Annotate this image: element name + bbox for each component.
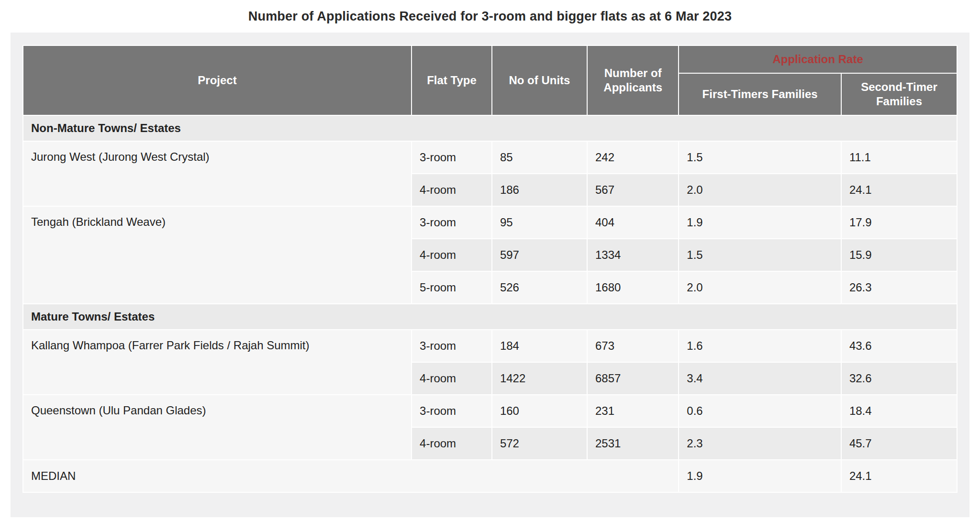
second-timer-rate-cell: 11.1: [841, 141, 957, 174]
second-timer-rate-cell: 32.6: [841, 362, 957, 395]
applicants-cell: 673: [587, 330, 679, 362]
table-header: Project Flat Type No of Units Number of …: [23, 45, 957, 115]
second-timer-rate-cell: 24.1: [841, 174, 957, 206]
second-timer-header: Second-Timer Families: [841, 73, 957, 115]
project-cell: Kallang Whampoa (Farrer Park Fields / Ra…: [23, 330, 412, 395]
units-cell: 95: [492, 206, 587, 239]
flat-type-cell: 5-room: [412, 271, 492, 304]
flat-type-header: Flat Type: [412, 45, 492, 115]
units-cell: 526: [492, 271, 587, 304]
section-header-row: Mature Towns/ Estates: [23, 304, 957, 330]
first-timer-rate-cell: 2.3: [679, 427, 841, 460]
second-timer-rate-cell: 26.3: [841, 271, 957, 304]
second-timer-rate-cell: 45.7: [841, 427, 957, 460]
title-bar: Number of Applications Received for 3-ro…: [0, 0, 980, 33]
first-timers-header: First-Timers Families: [679, 73, 841, 115]
table-row: Tengah (Brickland Weave) 3-room 95 404 1…: [23, 206, 957, 239]
applicants-cell: 231: [587, 395, 679, 427]
first-timer-rate-cell: 2.0: [679, 271, 841, 304]
second-timer-rate-cell: 17.9: [841, 206, 957, 239]
header-row-top: Project Flat Type No of Units Number of …: [23, 45, 957, 73]
section-label: Mature Towns/ Estates: [23, 304, 957, 330]
median-label-cell: MEDIAN: [23, 460, 679, 492]
section-header-row: Non-Mature Towns/ Estates: [23, 115, 957, 141]
units-cell: 572: [492, 427, 587, 460]
content-panel: Project Flat Type No of Units Number of …: [11, 33, 969, 517]
second-timer-rate-cell: 43.6: [841, 330, 957, 362]
first-timer-rate-cell: 2.0: [679, 174, 841, 206]
flat-type-cell: 4-room: [412, 362, 492, 395]
applications-table: Project Flat Type No of Units Number of …: [22, 45, 958, 493]
units-cell: 1422: [492, 362, 587, 395]
units-cell: 160: [492, 395, 587, 427]
flat-type-cell: 4-room: [412, 239, 492, 271]
applicants-header: Number of Applicants: [587, 45, 679, 115]
first-timer-rate-cell: 1.9: [679, 206, 841, 239]
flat-type-cell: 3-room: [412, 395, 492, 427]
first-timer-rate-cell: 3.4: [679, 362, 841, 395]
project-cell: Queenstown (Ulu Pandan Glades): [23, 395, 412, 460]
project-header: Project: [23, 45, 412, 115]
first-timer-rate-cell: 1.5: [679, 141, 841, 174]
applicants-cell: 1334: [587, 239, 679, 271]
flat-type-cell: 4-room: [412, 174, 492, 206]
flat-type-cell: 3-room: [412, 206, 492, 239]
project-cell: Tengah (Brickland Weave): [23, 206, 412, 304]
flat-type-cell: 4-room: [412, 427, 492, 460]
units-cell: 184: [492, 330, 587, 362]
first-timer-rate-cell: 1.6: [679, 330, 841, 362]
median-row: MEDIAN 1.9 24.1: [23, 460, 957, 492]
table-row: Jurong West (Jurong West Crystal) 3-room…: [23, 141, 957, 174]
second-timer-rate-cell: 18.4: [841, 395, 957, 427]
units-cell: 85: [492, 141, 587, 174]
median-second-timer-rate-cell: 24.1: [841, 460, 957, 492]
table-row: Kallang Whampoa (Farrer Park Fields / Ra…: [23, 330, 957, 362]
first-timer-rate-cell: 1.5: [679, 239, 841, 271]
flat-type-cell: 3-room: [412, 330, 492, 362]
median-first-timer-rate-cell: 1.9: [679, 460, 841, 492]
units-cell: 597: [492, 239, 587, 271]
applicants-cell: 1680: [587, 271, 679, 304]
applicants-cell: 242: [587, 141, 679, 174]
applicants-cell: 404: [587, 206, 679, 239]
table-row: Queenstown (Ulu Pandan Glades) 3-room 16…: [23, 395, 957, 427]
units-cell: 186: [492, 174, 587, 206]
applicants-cell: 2531: [587, 427, 679, 460]
units-header: No of Units: [492, 45, 587, 115]
flat-type-cell: 3-room: [412, 141, 492, 174]
project-cell: Jurong West (Jurong West Crystal): [23, 141, 412, 206]
page-title: Number of Applications Received for 3-ro…: [248, 9, 732, 24]
table-body: Non-Mature Towns/ Estates Jurong West (J…: [23, 115, 957, 492]
first-timer-rate-cell: 0.6: [679, 395, 841, 427]
applicants-cell: 567: [587, 174, 679, 206]
application-rate-header: Application Rate: [679, 45, 957, 73]
section-label: Non-Mature Towns/ Estates: [23, 115, 957, 141]
applicants-cell: 6857: [587, 362, 679, 395]
second-timer-rate-cell: 15.9: [841, 239, 957, 271]
